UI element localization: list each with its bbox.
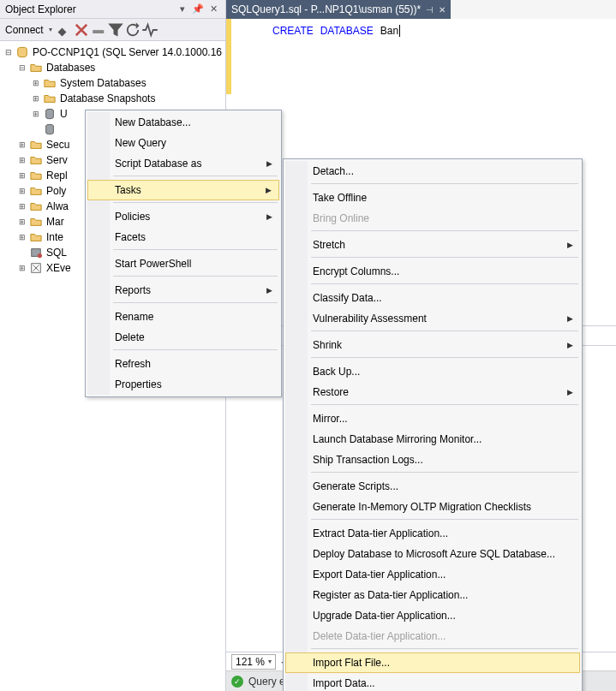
editor-tab-active[interactable]: SQLQuery1.sql - P...NP1Q1\usman (55))* ⊣…	[226, 0, 451, 19]
submenu-arrow-icon: ▶	[266, 159, 272, 168]
chevron-down-icon[interactable]: ▾	[268, 658, 272, 665]
folder-icon	[29, 138, 43, 152]
menu-item-shrink[interactable]: Shrink▶	[285, 335, 580, 355]
tree-server-node[interactable]: ⊟ PO-CCNP1Q1 (SQL Server 14.0.1000.16	[0, 45, 225, 60]
connect-label[interactable]: Connect	[5, 24, 44, 36]
sql-keyword: DATABASE	[320, 25, 374, 37]
menu-item-ship-transaction-logs[interactable]: Ship Transaction Logs...	[285, 450, 580, 470]
menu-separator	[311, 472, 578, 474]
context-menu-database: New Database... New Query Script Databas…	[85, 110, 282, 397]
menu-item-extract-data-tier[interactable]: Extract Data-tier Application...	[285, 523, 580, 544]
menu-item-upgrade-data-tier[interactable]: Upgrade Data-tier Application...	[285, 605, 580, 626]
submenu-arrow-icon: ▶	[567, 388, 573, 396]
menu-item-delete[interactable]: Delete	[87, 327, 279, 348]
menu-item-import-flat-file[interactable]: Import Flat File...	[285, 652, 580, 673]
tree-item-label: SQL	[45, 247, 67, 259]
collapse-icon[interactable]: ⊟	[3, 48, 14, 57]
object-explorer-title: Object Explorer	[5, 3, 174, 15]
tree-item-label: Poly	[45, 185, 66, 197]
menu-item-start-powershell[interactable]: Start PowerShell	[87, 253, 279, 274]
menu-item-new-database[interactable]: New Database...	[87, 112, 279, 133]
zoom-selector[interactable]: 121 % ▾	[231, 654, 276, 670]
menu-separator	[113, 276, 278, 278]
menu-item-deploy-azure[interactable]: Deploy Database to Microsoft Azure SQL D…	[285, 544, 580, 564]
expand-icon[interactable]: ⊞	[31, 79, 41, 87]
status-text: Query e	[248, 676, 285, 688]
menu-item-script-database[interactable]: Script Database as▶	[87, 153, 279, 174]
folder-icon	[29, 215, 43, 229]
pin-icon[interactable]: ⊣	[426, 5, 434, 15]
database-icon	[43, 122, 57, 136]
sql-keyword: CREATE	[272, 25, 314, 37]
menu-separator	[311, 648, 578, 651]
close-icon[interactable]: ✕	[206, 3, 220, 16]
tree-database-snapshots[interactable]: ⊞ Database Snapshots	[0, 91, 225, 106]
menu-item-register-data-tier[interactable]: Register as Data-tier Application...	[285, 585, 580, 605]
menu-item-properties[interactable]: Properties	[87, 374, 279, 395]
menu-item-generate-oltp-checklists[interactable]: Generate In-Memory OLTP Migration Checkl…	[285, 497, 580, 517]
menu-item-export-data-tier[interactable]: Export Data-tier Application...	[285, 564, 580, 585]
menu-separator	[113, 176, 278, 178]
tree-item-label: Secu	[45, 139, 69, 151]
menu-item-policies[interactable]: Policies▶	[87, 206, 279, 227]
menu-separator	[113, 202, 278, 205]
menu-item-restore[interactable]: Restore▶	[285, 382, 580, 402]
menu-item-tasks[interactable]: Tasks▶	[87, 180, 279, 200]
xevent-icon	[29, 261, 43, 275]
menu-item-stretch[interactable]: Stretch▶	[285, 235, 580, 255]
expand-icon[interactable]: ⊞	[31, 110, 41, 118]
tree-item-label: Serv	[45, 154, 68, 166]
svg-point-4	[38, 253, 42, 258]
tree-item-label: Database Snapshots	[58, 92, 155, 104]
connect-plug-icon[interactable]	[56, 21, 73, 39]
editor-tab-label: SQLQuery1.sql - P...NP1Q1\usman (55))*	[231, 3, 421, 15]
tree-databases-node[interactable]: ⊟ Databases	[0, 60, 225, 75]
menu-item-rename[interactable]: Rename	[87, 307, 279, 327]
menu-separator	[311, 257, 578, 259]
menu-item-reports[interactable]: Reports▶	[87, 280, 279, 301]
close-icon[interactable]: ✕	[439, 5, 446, 15]
menu-item-classify-data[interactable]: Classify Data...	[285, 288, 580, 308]
chevron-down-icon[interactable]: ▾	[49, 26, 52, 33]
editor-tabstrip: SQLQuery1.sql - P...NP1Q1\usman (55))* ⊣…	[226, 0, 616, 19]
menu-item-encrypt-columns[interactable]: Encrypt Columns...	[285, 261, 580, 282]
menu-item-launch-mirroring-monitor[interactable]: Launch Database Mirroring Monitor...	[285, 429, 580, 450]
tree-system-databases[interactable]: ⊞ System Databases	[0, 75, 225, 91]
zoom-value: 121 %	[236, 656, 265, 668]
object-explorer-toolbar: Connect ▾ ▬	[0, 19, 225, 41]
pin-icon[interactable]: 📌	[191, 3, 205, 16]
menu-item-mirror[interactable]: Mirror...	[285, 408, 580, 429]
expand-icon[interactable]: ⊞	[31, 94, 41, 103]
folder-icon	[29, 230, 43, 244]
filter-icon[interactable]	[107, 21, 124, 39]
menu-item-detach[interactable]: Detach...	[285, 161, 580, 182]
disconnect-icon[interactable]	[73, 21, 90, 39]
server-icon	[15, 45, 29, 59]
window-dropdown-icon[interactable]: ▾	[176, 3, 189, 16]
menu-separator	[311, 230, 578, 233]
menu-item-vulnerability-assessment[interactable]: Vulnerability Assessment▶	[285, 308, 580, 329]
menu-item-take-offline[interactable]: Take Offline	[285, 188, 580, 208]
menu-item-refresh[interactable]: Refresh	[87, 354, 279, 374]
context-menu-tasks: Detach... Take Offline Bring Online Stre…	[283, 158, 583, 691]
collapse-icon[interactable]: ⊟	[17, 63, 27, 72]
menu-item-back-up[interactable]: Back Up...	[285, 361, 580, 382]
menu-item-facets[interactable]: Facets	[87, 227, 279, 247]
activity-icon[interactable]	[141, 21, 158, 39]
tree-item-label: Inte	[45, 231, 63, 243]
menu-item-generate-scripts[interactable]: Generate Scripts...	[285, 476, 580, 497]
tree-databases-label: Databases	[45, 62, 95, 74]
tree-item-label: XEve	[45, 262, 71, 274]
tree-server-label: PO-CCNP1Q1 (SQL Server 14.0.1000.16	[31, 46, 222, 58]
tree-item-label: System Databases	[58, 77, 147, 89]
caret	[399, 25, 400, 37]
tree-item-label: Alwa	[45, 200, 69, 212]
submenu-arrow-icon: ▶	[567, 241, 573, 249]
menu-item-new-query[interactable]: New Query	[87, 133, 279, 153]
menu-separator	[311, 404, 578, 407]
submenu-arrow-icon: ▶	[266, 186, 272, 194]
menu-separator	[311, 519, 578, 521]
stop-icon[interactable]: ▬	[90, 21, 107, 39]
menu-item-import-data[interactable]: Import Data...	[285, 673, 580, 691]
refresh-icon[interactable]	[124, 21, 141, 39]
